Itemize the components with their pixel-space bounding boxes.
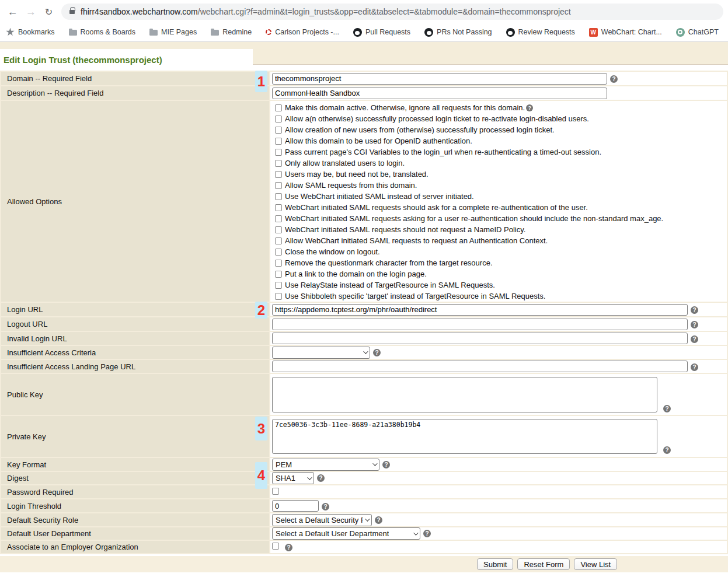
bookmark-item[interactable]: W Pull Requests bbox=[353, 28, 410, 37]
option-checkbox[interactable] bbox=[275, 226, 282, 233]
help-icon[interactable]: ? bbox=[691, 321, 698, 328]
option-checkbox[interactable] bbox=[275, 215, 282, 222]
field-label-domain: Domain -- Required Field bbox=[1, 72, 269, 85]
invalid-login-url-input[interactable] bbox=[272, 333, 688, 344]
logout-url-input[interactable] bbox=[272, 319, 688, 330]
help-icon[interactable]: ? bbox=[663, 405, 671, 412]
view-list-button[interactable]: View List bbox=[574, 558, 617, 570]
description-input[interactable] bbox=[272, 88, 607, 99]
submit-button[interactable]: Submit bbox=[477, 558, 513, 570]
insufficient-access-landing-input[interactable] bbox=[272, 361, 688, 372]
help-icon[interactable]: ? bbox=[663, 446, 671, 454]
option-checkbox[interactable] bbox=[275, 282, 282, 289]
bookmark-favicon-icon: W bbox=[506, 28, 515, 37]
option-checkbox[interactable] bbox=[275, 260, 282, 267]
bookmark-item[interactable]: W PRs Not Passing bbox=[424, 28, 492, 37]
reload-icon[interactable]: ↻ bbox=[40, 6, 58, 18]
public-key-textarea[interactable] bbox=[272, 377, 657, 412]
option-text: Use Shibboleth specific 'target' instead… bbox=[285, 291, 545, 302]
lock-icon[interactable] bbox=[69, 10, 75, 14]
help-icon[interactable]: ? bbox=[285, 544, 292, 551]
help-icon[interactable]: ? bbox=[610, 75, 618, 83]
allowed-option-item: Pass current page's CGI Variables to the… bbox=[275, 146, 727, 158]
row-insufficient-access-landing: Insufficient Access Landing Page URL ? bbox=[1, 360, 727, 373]
help-icon[interactable]: ? bbox=[691, 363, 698, 371]
option-text: WebChart initiated SAML requests asking … bbox=[285, 213, 663, 224]
login-url-input[interactable] bbox=[272, 304, 688, 316]
back-icon[interactable]: ← bbox=[4, 6, 22, 18]
field-label-key-format: Key Format bbox=[1, 458, 269, 471]
bookmark-item[interactable]: W MIE Pages bbox=[149, 28, 197, 36]
field-label-login-url: Login URL bbox=[1, 303, 269, 316]
row-login-threshold: Login Threshold ? bbox=[1, 499, 727, 512]
insufficient-access-criteria-select[interactable] bbox=[272, 347, 370, 359]
field-label-invalid-login-url: Invalid Login URL bbox=[1, 332, 269, 345]
default-security-role-select[interactable]: Select a Default Security Role bbox=[272, 514, 372, 526]
allowed-option-item: WebChart initiated SAML requests asking … bbox=[275, 213, 727, 224]
option-checkbox[interactable] bbox=[275, 193, 282, 200]
row-key-format: Key Format PEM? bbox=[1, 458, 727, 471]
option-text: WebChart initiated SAML requests should … bbox=[285, 202, 588, 213]
bookmark-item[interactable]: W Bookmarks bbox=[6, 28, 55, 37]
bookmark-favicon-icon: W bbox=[589, 28, 598, 37]
bookmark-label: Carlson Projects -... bbox=[275, 28, 339, 36]
help-icon[interactable]: ? bbox=[526, 104, 533, 111]
digest-select[interactable]: SHA1 bbox=[272, 472, 314, 484]
help-icon[interactable]: ? bbox=[691, 306, 698, 314]
default-user-department-select[interactable]: Select a Default User Department bbox=[272, 527, 420, 540]
option-text: Remove the questionmark character from t… bbox=[285, 257, 493, 268]
option-checkbox[interactable] bbox=[275, 116, 282, 123]
option-text: Allow creation of new users from (otherw… bbox=[285, 124, 555, 135]
option-text: Put a link to the domain on the login pa… bbox=[285, 268, 427, 279]
option-checkbox[interactable] bbox=[275, 104, 282, 111]
row-default-user-department: Default User Department Select a Default… bbox=[1, 527, 727, 540]
bookmark-item[interactable]: W Rooms & Boards bbox=[69, 28, 135, 36]
field-label-logout-url: Logout URL bbox=[1, 317, 269, 331]
bookmark-item[interactable]: W Carlson Projects -... bbox=[266, 28, 339, 36]
option-checkbox[interactable] bbox=[275, 149, 282, 156]
bookmark-favicon-icon: W bbox=[424, 28, 433, 37]
help-icon[interactable]: ? bbox=[423, 530, 431, 537]
url-host: fhirr4sandbox.webchartnow.com bbox=[81, 7, 198, 16]
private-key-textarea[interactable]: 7ce50036-3c3b-11ee-8689-a21a380b19b4 bbox=[272, 419, 657, 454]
help-icon[interactable]: ? bbox=[375, 516, 382, 524]
forward-icon[interactable]: → bbox=[22, 6, 40, 18]
field-label-digest: Digest bbox=[1, 472, 269, 484]
domain-input[interactable] bbox=[272, 73, 607, 85]
row-description: Description -- Required Field bbox=[1, 86, 727, 100]
url-bar[interactable]: fhirr4sandbox.webchartnow.com/webchart.c… bbox=[61, 4, 723, 20]
option-checkbox[interactable] bbox=[275, 293, 282, 300]
bookmark-item[interactable]: W ChatGPT bbox=[676, 28, 719, 37]
option-checkbox[interactable] bbox=[275, 127, 282, 134]
field-label-insufficient-access-landing: Insufficient Access Landing Page URL bbox=[1, 360, 269, 373]
page-title: Edit Login Trust (thecommonsproject) bbox=[4, 55, 162, 65]
option-checkbox[interactable] bbox=[275, 182, 282, 189]
bookmark-item[interactable]: W Review Requests bbox=[506, 28, 575, 37]
option-checkbox[interactable] bbox=[275, 271, 282, 278]
help-icon[interactable]: ? bbox=[373, 349, 381, 356]
option-checkbox[interactable] bbox=[275, 249, 282, 256]
chevron-down-icon bbox=[365, 516, 370, 521]
bookmark-item[interactable]: W Redmine bbox=[211, 28, 252, 36]
option-checkbox[interactable] bbox=[275, 138, 282, 145]
option-checkbox[interactable] bbox=[275, 237, 282, 244]
help-icon[interactable]: ? bbox=[322, 503, 329, 510]
bookmark-item[interactable]: W WebChart: Chart... bbox=[589, 28, 662, 37]
browser-nav-row: ← → ↻ fhirr4sandbox.webchartnow.com/webc… bbox=[0, 0, 728, 23]
key-format-select[interactable]: PEM bbox=[272, 459, 379, 471]
allowed-options-list: Make this domain active. Otherwise, igno… bbox=[272, 101, 727, 302]
row-login-url: Login URL ? bbox=[1, 303, 727, 316]
password-required-checkbox[interactable] bbox=[272, 488, 279, 495]
login-threshold-input[interactable] bbox=[272, 500, 319, 512]
option-checkbox[interactable] bbox=[275, 171, 282, 178]
help-icon[interactable]: ? bbox=[691, 335, 698, 343]
row-digest: Digest SHA1? bbox=[1, 472, 727, 484]
help-icon[interactable]: ? bbox=[317, 474, 325, 482]
bookmark-label: WebChart: Chart... bbox=[601, 28, 662, 36]
help-icon[interactable]: ? bbox=[382, 461, 390, 468]
associate-employer-checkbox[interactable] bbox=[272, 543, 279, 550]
reset-form-button[interactable]: Reset Form bbox=[517, 558, 570, 570]
option-checkbox[interactable] bbox=[275, 204, 282, 211]
option-checkbox[interactable] bbox=[275, 160, 282, 167]
row-logout-url: Logout URL ? bbox=[1, 317, 727, 331]
